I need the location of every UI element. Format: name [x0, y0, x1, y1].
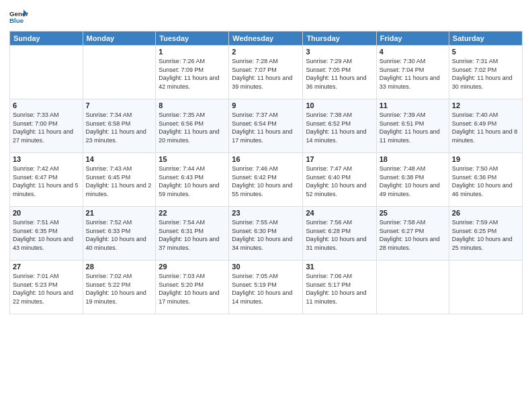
day-info: Sunrise: 7:59 AMSunset: 6:25 PMDaylight:… — [452, 218, 519, 252]
day-info: Sunrise: 7:30 AMSunset: 7:04 PMDaylight:… — [380, 57, 446, 91]
calendar-cell: 4 Sunrise: 7:30 AMSunset: 7:04 PMDayligh… — [376, 46, 449, 99]
day-number: 17 — [306, 155, 373, 163]
calendar-cell: 29 Sunrise: 7:03 AMSunset: 5:20 PMDaylig… — [156, 261, 229, 314]
calendar-cell: 24 Sunrise: 7:56 AMSunset: 6:28 PMDaylig… — [303, 207, 376, 261]
day-number: 7 — [86, 101, 153, 109]
day-number: 10 — [306, 101, 373, 109]
day-number: 11 — [380, 101, 446, 109]
day-number: 8 — [159, 101, 226, 109]
day-number: 27 — [13, 263, 80, 271]
logo: General Blue — [9, 7, 31, 26]
day-number: 1 — [159, 48, 226, 56]
day-number: 6 — [13, 101, 80, 109]
calendar-cell: 5 Sunrise: 7:31 AMSunset: 7:02 PMDayligh… — [449, 46, 522, 99]
day-header-monday: Monday — [83, 32, 156, 46]
calendar: SundayMondayTuesdayWednesdayThursdayFrid… — [9, 31, 523, 314]
day-number: 21 — [86, 209, 153, 217]
day-info: Sunrise: 7:02 AMSunset: 5:22 PMDaylight:… — [86, 272, 153, 306]
calendar-cell — [10, 46, 83, 99]
calendar-cell: 26 Sunrise: 7:59 AMSunset: 6:25 PMDaylig… — [449, 207, 522, 261]
calendar-cell: 16 Sunrise: 7:46 AMSunset: 6:42 PMDaylig… — [229, 153, 303, 207]
day-number: 25 — [380, 209, 446, 217]
day-number: 18 — [380, 155, 446, 163]
calendar-header-row: SundayMondayTuesdayWednesdayThursdayFrid… — [10, 32, 523, 46]
day-number: 5 — [452, 48, 519, 56]
day-header-saturday: Saturday — [449, 32, 522, 46]
calendar-cell — [376, 261, 449, 314]
day-info: Sunrise: 7:37 AMSunset: 6:54 PMDaylight:… — [232, 111, 300, 144]
day-info: Sunrise: 7:28 AMSunset: 7:07 PMDaylight:… — [232, 57, 300, 91]
day-header-friday: Friday — [376, 32, 449, 46]
day-info: Sunrise: 7:01 AMSunset: 5:23 PMDaylight:… — [13, 272, 80, 306]
calendar-cell: 19 Sunrise: 7:50 AMSunset: 6:36 PMDaylig… — [449, 153, 522, 207]
calendar-cell: 17 Sunrise: 7:47 AMSunset: 6:40 PMDaylig… — [303, 153, 376, 207]
calendar-cell: 10 Sunrise: 7:38 AMSunset: 6:52 PMDaylig… — [303, 99, 376, 153]
calendar-cell: 6 Sunrise: 7:33 AMSunset: 7:00 PMDayligh… — [10, 99, 83, 153]
calendar-cell: 2 Sunrise: 7:28 AMSunset: 7:07 PMDayligh… — [229, 46, 303, 99]
day-number: 2 — [232, 48, 300, 56]
day-number: 19 — [452, 155, 519, 163]
day-header-tuesday: Tuesday — [156, 32, 229, 46]
calendar-cell: 28 Sunrise: 7:02 AMSunset: 5:22 PMDaylig… — [83, 261, 156, 314]
calendar-cell: 12 Sunrise: 7:40 AMSunset: 6:49 PMDaylig… — [449, 99, 522, 153]
day-number: 14 — [86, 155, 153, 163]
day-number: 28 — [86, 263, 153, 271]
calendar-cell: 23 Sunrise: 7:55 AMSunset: 6:30 PMDaylig… — [229, 207, 303, 261]
day-number: 4 — [380, 48, 446, 56]
calendar-cell: 22 Sunrise: 7:54 AMSunset: 6:31 PMDaylig… — [156, 207, 229, 261]
header: General Blue — [9, 7, 523, 26]
week-row-4: 20 Sunrise: 7:51 AMSunset: 6:35 PMDaylig… — [10, 207, 523, 261]
day-info: Sunrise: 7:39 AMSunset: 6:51 PMDaylight:… — [380, 111, 446, 144]
day-info: Sunrise: 7:38 AMSunset: 6:52 PMDaylight:… — [306, 111, 373, 144]
calendar-cell: 27 Sunrise: 7:01 AMSunset: 5:23 PMDaylig… — [10, 261, 83, 314]
day-number: 24 — [306, 209, 373, 217]
day-info: Sunrise: 7:05 AMSunset: 5:19 PMDaylight:… — [232, 272, 300, 306]
calendar-cell — [449, 261, 522, 314]
week-row-5: 27 Sunrise: 7:01 AMSunset: 5:23 PMDaylig… — [10, 261, 523, 314]
day-info: Sunrise: 7:48 AMSunset: 6:38 PMDaylight:… — [380, 165, 446, 198]
day-info: Sunrise: 7:54 AMSunset: 6:31 PMDaylight:… — [159, 218, 226, 252]
day-info: Sunrise: 7:35 AMSunset: 6:56 PMDaylight:… — [159, 111, 226, 144]
day-info: Sunrise: 7:26 AMSunset: 7:09 PMDaylight:… — [159, 57, 226, 91]
day-number: 22 — [159, 209, 226, 217]
calendar-cell: 8 Sunrise: 7:35 AMSunset: 6:56 PMDayligh… — [156, 99, 229, 153]
day-info: Sunrise: 7:33 AMSunset: 7:00 PMDaylight:… — [13, 111, 80, 144]
day-info: Sunrise: 7:40 AMSunset: 6:49 PMDaylight:… — [452, 111, 519, 144]
day-info: Sunrise: 7:51 AMSunset: 6:35 PMDaylight:… — [13, 218, 80, 252]
day-number: 12 — [452, 101, 519, 109]
day-number: 26 — [452, 209, 519, 217]
day-info: Sunrise: 7:50 AMSunset: 6:36 PMDaylight:… — [452, 165, 519, 198]
calendar-cell: 15 Sunrise: 7:44 AMSunset: 6:43 PMDaylig… — [156, 153, 229, 207]
day-info: Sunrise: 7:44 AMSunset: 6:43 PMDaylight:… — [159, 165, 226, 198]
logo-icon: General Blue — [9, 7, 28, 26]
day-number: 23 — [232, 209, 300, 217]
day-number: 15 — [159, 155, 226, 163]
day-number: 16 — [232, 155, 300, 163]
calendar-cell: 21 Sunrise: 7:52 AMSunset: 6:33 PMDaylig… — [83, 207, 156, 261]
calendar-cell: 9 Sunrise: 7:37 AMSunset: 6:54 PMDayligh… — [229, 99, 303, 153]
day-number: 13 — [13, 155, 80, 163]
day-info: Sunrise: 7:58 AMSunset: 6:27 PMDaylight:… — [380, 218, 446, 252]
day-header-wednesday: Wednesday — [229, 32, 303, 46]
day-info: Sunrise: 7:55 AMSunset: 6:30 PMDaylight:… — [232, 218, 300, 252]
day-info: Sunrise: 7:29 AMSunset: 7:05 PMDaylight:… — [306, 57, 373, 91]
calendar-cell: 30 Sunrise: 7:05 AMSunset: 5:19 PMDaylig… — [229, 261, 303, 314]
day-number: 9 — [232, 101, 300, 109]
calendar-cell: 7 Sunrise: 7:34 AMSunset: 6:58 PMDayligh… — [83, 99, 156, 153]
day-number: 29 — [159, 263, 226, 271]
day-info: Sunrise: 7:42 AMSunset: 6:47 PMDaylight:… — [13, 165, 80, 198]
day-info: Sunrise: 7:56 AMSunset: 6:28 PMDaylight:… — [306, 218, 373, 252]
calendar-cell: 31 Sunrise: 7:06 AMSunset: 5:17 PMDaylig… — [303, 261, 376, 314]
calendar-cell: 18 Sunrise: 7:48 AMSunset: 6:38 PMDaylig… — [376, 153, 449, 207]
day-number: 20 — [13, 209, 80, 217]
calendar-cell: 1 Sunrise: 7:26 AMSunset: 7:09 PMDayligh… — [156, 46, 229, 99]
day-info: Sunrise: 7:47 AMSunset: 6:40 PMDaylight:… — [306, 165, 373, 198]
week-row-2: 6 Sunrise: 7:33 AMSunset: 7:00 PMDayligh… — [10, 99, 523, 153]
day-info: Sunrise: 7:06 AMSunset: 5:17 PMDaylight:… — [306, 272, 373, 306]
calendar-cell: 25 Sunrise: 7:58 AMSunset: 6:27 PMDaylig… — [376, 207, 449, 261]
day-header-thursday: Thursday — [303, 32, 376, 46]
calendar-cell — [83, 46, 156, 99]
week-row-1: 1 Sunrise: 7:26 AMSunset: 7:09 PMDayligh… — [10, 46, 523, 99]
day-info: Sunrise: 7:34 AMSunset: 6:58 PMDaylight:… — [86, 111, 153, 144]
calendar-cell: 3 Sunrise: 7:29 AMSunset: 7:05 PMDayligh… — [303, 46, 376, 99]
